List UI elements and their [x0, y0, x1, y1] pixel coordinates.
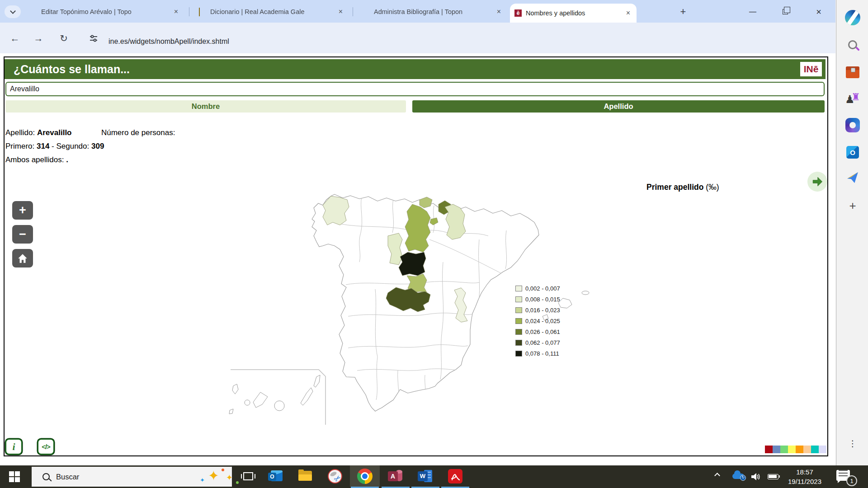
forward-icon[interactable]: → — [32, 32, 45, 45]
screen: Editar Topónimo Arévalo | Topo × Diciona… — [0, 0, 868, 488]
volume-icon[interactable] — [750, 472, 761, 483]
legend-swatch — [515, 351, 522, 357]
tab-nombre[interactable]: Nombre — [5, 100, 406, 113]
legend-swatch — [515, 329, 522, 335]
onedrive-icon[interactable]: ↻ — [732, 471, 744, 479]
both-surnames-value: . — [66, 155, 68, 164]
tray-expand-icon[interactable] — [715, 472, 719, 478]
legend-label: 0,008 - 0,015 — [525, 296, 560, 303]
date-text: 19/11/2023 — [781, 477, 829, 486]
surname-value: Arevalillo — [37, 128, 72, 137]
legend-label: 0,024 - 0,025 — [525, 318, 560, 324]
palette-color[interactable] — [796, 446, 803, 453]
palette-color[interactable] — [773, 446, 780, 453]
site-info-icon[interactable] — [87, 32, 100, 45]
window-minimize-button[interactable]: — — [743, 6, 763, 17]
map-region[interactable] — [405, 204, 430, 252]
task-view-button[interactable] — [233, 465, 263, 487]
back-icon[interactable]: ← — [8, 32, 22, 45]
legend-swatch — [515, 296, 522, 302]
games-chess-icon[interactable]: ♟♜ — [844, 89, 861, 107]
tab-title: Nombres y apellidos — [526, 9, 620, 17]
info-button[interactable]: i — [5, 439, 22, 455]
taskbar-search-input[interactable] — [56, 473, 156, 481]
widget-title: ¿Cuántos se llaman... — [5, 63, 130, 76]
tab-close-icon[interactable]: × — [172, 8, 180, 16]
legend-row: 0,002 - 0,007 — [515, 283, 560, 294]
map-home-button[interactable] — [12, 249, 33, 267]
window-close-button[interactable]: × — [809, 6, 829, 17]
palette-color[interactable] — [765, 446, 773, 453]
canary-islands-inset — [229, 370, 326, 425]
palette-color[interactable] — [803, 446, 811, 453]
map-zoom-in-button[interactable]: + — [12, 201, 33, 220]
windows-taskbar: ✦ ✦ ✦ O ✂ A W — [0, 465, 868, 488]
reload-icon[interactable]: ↻ — [57, 32, 71, 45]
tab-administra-bibliografia[interactable]: Administra Bibliografía | Topon × — [358, 5, 507, 19]
palette-color[interactable] — [819, 446, 826, 453]
battery-icon[interactable] — [768, 474, 778, 479]
tab-editar-toponimo[interactable]: Editar Topónimo Arévalo | Topo × — [25, 5, 184, 19]
tab-dicionario[interactable]: Dicionario | Real Academia Gale × — [194, 5, 349, 19]
legend-row: 0,078 - 0,111 — [515, 348, 560, 359]
outlook-icon[interactable]: O — [844, 144, 861, 161]
map-region[interactable] — [399, 252, 426, 276]
surname-search-input[interactable] — [5, 82, 825, 96]
palette-strip[interactable] — [765, 446, 826, 453]
chevron-down-icon — [10, 8, 16, 14]
result-line-3: Ambos apellidos: . — [5, 155, 68, 164]
map-title: Primer apellido (‰) — [646, 183, 719, 192]
legend-label: 0,062 - 0,077 — [525, 339, 560, 346]
search-icon[interactable] — [844, 36, 861, 53]
url-bar[interactable]: ine.es/widgets/nombApell/index.shtml — [108, 38, 229, 46]
start-button[interactable] — [9, 471, 20, 483]
legend-swatch — [515, 340, 522, 346]
copilot-icon[interactable] — [844, 9, 861, 26]
taskbar-clock[interactable]: 18:57 19/11/2023 — [781, 467, 829, 486]
taskbar-outlook-button[interactable]: O — [260, 465, 290, 487]
browser-toolbar: ← → ↻ ine.es/widgets/nombApell/index.sht… — [0, 23, 835, 53]
palette-color[interactable] — [780, 446, 788, 453]
palette-color[interactable] — [811, 446, 819, 453]
taskbar-acrobat-button[interactable] — [440, 465, 470, 487]
taskbar-word-button[interactable]: W — [410, 465, 440, 487]
sidebar-overflow-icon[interactable]: ⋮ — [844, 435, 861, 452]
taskbar-snipping-tool-button[interactable]: ✂ — [320, 465, 350, 487]
legend-row: 0,026 - 0,061 — [515, 326, 560, 337]
paper-plane-icon[interactable] — [844, 169, 861, 186]
taskbar-access-button[interactable]: A — [381, 465, 410, 487]
tab-close-icon[interactable]: × — [624, 9, 632, 17]
next-map-arrow-button[interactable] — [807, 172, 827, 192]
embed-code-button[interactable]: </​> — [38, 439, 54, 455]
toolbox-icon[interactable] — [844, 63, 861, 80]
ine-logo[interactable]: INē — [800, 62, 822, 76]
tab-nombres-apellidos-active[interactable]: ē Nombres y apellidos × — [510, 4, 637, 23]
code-icon: </​> — [42, 443, 50, 450]
taskbar-file-explorer-button[interactable] — [290, 465, 320, 487]
sidebar-add-button[interactable]: + — [844, 197, 861, 214]
page-content: ¿Cuántos se llaman... INē Nombre Apellid… — [0, 53, 835, 465]
map-region[interactable] — [420, 197, 432, 208]
legend-row: 0,008 - 0,015 — [515, 294, 560, 305]
acrobat-icon — [450, 471, 461, 482]
edge-sidebar: ♟♜ O + ⋮ — [836, 0, 868, 465]
tab-title: Administra Bibliografía | Topon — [374, 8, 491, 15]
taskbar-chrome-button-active[interactable] — [350, 465, 380, 487]
map-region[interactable] — [454, 288, 467, 322]
legend-swatch — [515, 318, 522, 324]
tab-close-icon[interactable]: × — [337, 8, 344, 16]
tab-search-button[interactable] — [5, 5, 21, 18]
result-line-2: Primero: 314 - Segundo: 309 — [5, 142, 104, 151]
tab-title: Dicionario | Real Academia Gale — [210, 8, 333, 15]
legend-label: 0,002 - 0,007 — [525, 285, 560, 292]
dot-icon — [222, 469, 224, 471]
window-restore-button[interactable] — [775, 6, 795, 17]
new-tab-button[interactable]: + — [676, 5, 690, 19]
palette-color[interactable] — [788, 446, 796, 453]
result-line-1: Apellido: Arevalillo Número de personas: — [5, 128, 175, 137]
tab-close-icon[interactable]: × — [495, 8, 503, 16]
microsoft-365-icon[interactable] — [844, 117, 861, 134]
taskbar-search-box[interactable]: ✦ ✦ ✦ — [32, 467, 232, 487]
tab-apellido[interactable]: Apellido — [412, 100, 825, 113]
map-zoom-out-button[interactable]: − — [12, 225, 33, 244]
